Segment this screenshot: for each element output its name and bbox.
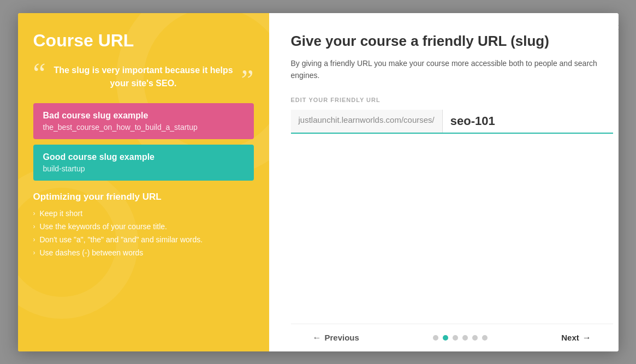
bad-slug-title: Bad course slug example: [43, 111, 244, 121]
pagination-dot: [472, 335, 478, 341]
chevron-icon: ›: [33, 236, 35, 243]
pagination-dot: [433, 335, 438, 341]
tips-list: ›Keep it short›Use the keywords of your …: [33, 209, 254, 257]
url-input-row: justlaunchit.learnworlds.com/courses/: [291, 110, 613, 134]
right-description: By giving a friendly URL you make your c…: [291, 57, 613, 82]
url-prefix: justlaunchit.learnworlds.com/courses/: [291, 110, 443, 133]
optimizing-title: Optimizing your friendly URL: [33, 192, 254, 202]
pagination-dot: [443, 335, 448, 341]
arrow-right-icon: →: [582, 333, 591, 343]
previous-button[interactable]: ← Previous: [313, 333, 359, 343]
modal-footer: ← Previous Next →: [291, 324, 613, 351]
pagination-dots: [433, 335, 488, 341]
next-button[interactable]: Next →: [561, 333, 591, 343]
tip-item: ›Use dashes (-) between words: [33, 248, 254, 257]
previous-label: Previous: [325, 333, 359, 342]
arrow-left-icon: ←: [313, 333, 322, 343]
pagination-dot: [482, 335, 488, 341]
right-title: Give your course a friendly URL (slug): [291, 33, 613, 50]
tip-item: ›Keep it short: [33, 209, 254, 218]
chevron-icon: ›: [33, 210, 35, 217]
next-label: Next: [561, 333, 579, 342]
good-slug-value: build-startup: [43, 164, 244, 173]
left-panel: Course URL “ The slug is very important …: [18, 13, 269, 351]
quote-block: “ The slug is very important because it …: [33, 64, 254, 90]
left-title: Course URL: [33, 31, 254, 51]
bad-slug-value: the_best_course_on_how_to_build_a_startu…: [43, 123, 244, 132]
right-panel: × Give your course a friendly URL (slug)…: [269, 13, 619, 351]
chevron-icon: ›: [33, 223, 35, 230]
url-label: EDIT YOUR FRIENDLY URL: [291, 97, 613, 103]
bad-slug-card: Bad course slug example the_best_course_…: [33, 103, 254, 139]
good-slug-title: Good course slug example: [43, 152, 244, 162]
pagination-dot: [453, 335, 458, 341]
quote-close-icon: ”: [241, 66, 253, 94]
tip-item: ›Use the keywords of your course title.: [33, 222, 254, 231]
quote-text: The slug is very important because it he…: [51, 64, 236, 90]
pagination-dot: [462, 335, 468, 341]
url-slug-input[interactable]: [443, 110, 613, 133]
modal-overlay: Course URL “ The slug is very important …: [0, 0, 636, 364]
chevron-icon: ›: [33, 249, 35, 256]
close-button[interactable]: ×: [617, 22, 618, 33]
tip-item: ›Don't use "a", "the" and "and" and simi…: [33, 235, 254, 244]
quote-open-icon: “: [33, 59, 46, 88]
good-slug-card: Good course slug example build-startup: [33, 145, 254, 181]
modal: Course URL “ The slug is very important …: [18, 13, 619, 351]
